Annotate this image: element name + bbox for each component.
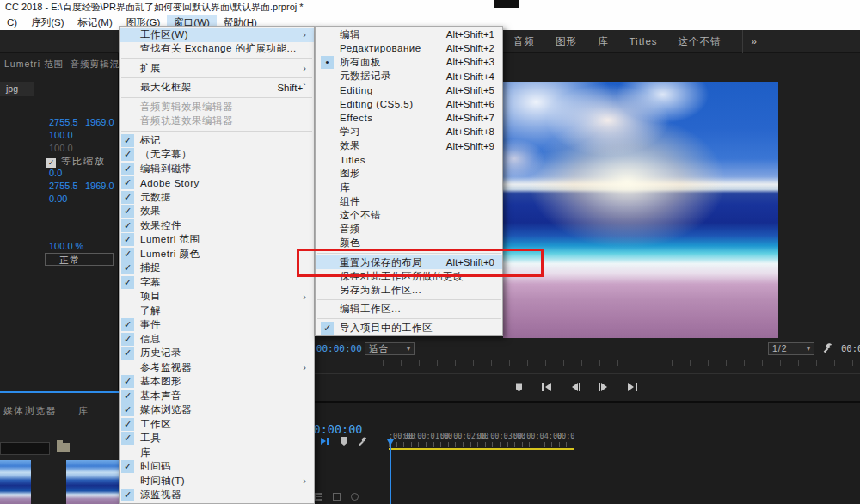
workspace-tab[interactable]: 音频 bbox=[513, 30, 556, 53]
effect-value[interactable]: 100.0 % bbox=[49, 241, 85, 251]
workspace-submenu-item[interactable]: •所有面板Alt+Shift+3 bbox=[316, 55, 502, 69]
wrench-icon[interactable] bbox=[822, 342, 833, 354]
playback-resolution-select[interactable]: 1/2 ▾ bbox=[768, 342, 814, 355]
workspace-submenu-item[interactable]: 编辑Alt+Shift+1 bbox=[316, 28, 502, 41]
window-menu-item[interactable]: ✓源监视器 bbox=[120, 489, 314, 503]
workspace-submenu-item[interactable]: EditingAlt+Shift+5 bbox=[316, 83, 502, 97]
window-menu-item[interactable]: 最大化框架Shift+` bbox=[120, 81, 314, 95]
window-menu-item[interactable]: ✓事件 bbox=[120, 318, 314, 333]
workspace-tab[interactable]: 图形 bbox=[556, 30, 598, 53]
window-menu-item[interactable]: ✓Adobe Story bbox=[120, 176, 314, 191]
step-back-icon[interactable] bbox=[568, 381, 582, 393]
work-area-bar[interactable] bbox=[389, 448, 574, 450]
workspace-submenu-item[interactable]: РедактированиеAlt+Shift+2 bbox=[316, 41, 502, 55]
blend-mode-select[interactable]: 正常 bbox=[45, 253, 114, 266]
effect-value[interactable]: 1969.0 bbox=[85, 181, 114, 191]
window-menu-item[interactable]: ✓基本图形 bbox=[120, 375, 314, 390]
workspace-tab[interactable]: Titles bbox=[630, 30, 679, 53]
window-menu-item[interactable]: ✓字幕 bbox=[120, 275, 314, 290]
effect-value[interactable]: 100.0 bbox=[49, 130, 85, 140]
record-icon[interactable] bbox=[351, 493, 359, 501]
tab-lumetri-scopes[interactable]: Lumetri 范围 bbox=[4, 58, 64, 69]
workspace-submenu-item[interactable]: 元数据记录Alt+Shift+4 bbox=[316, 70, 502, 83]
workspace-submenu-item[interactable]: 效果Alt+Shift+9 bbox=[316, 139, 502, 153]
save-layout-icon[interactable] bbox=[333, 493, 341, 501]
window-menu-item[interactable]: 扩展› bbox=[120, 61, 314, 76]
checkbox-label: 等比缩放 bbox=[61, 156, 106, 166]
workspace-submenu-item[interactable]: EffectsAlt+Shift+7 bbox=[316, 111, 502, 125]
clip-name-tab[interactable]: jpg bbox=[0, 82, 34, 96]
window-menu-item[interactable]: ✓效果控件 bbox=[120, 218, 314, 233]
workspace-submenu-item[interactable]: Editing (CS5.5)Alt+Shift+6 bbox=[316, 97, 502, 111]
effect-value[interactable]: 2755.5 bbox=[49, 117, 85, 127]
workspace-submenu-item[interactable]: 另存为新工作区... bbox=[316, 283, 502, 297]
effect-value[interactable]: 100.0 bbox=[49, 143, 85, 153]
window-menu-item[interactable]: 参考监视器› bbox=[120, 360, 314, 375]
window-menu-item[interactable]: 项目› bbox=[120, 290, 314, 304]
workspace-submenu-item[interactable]: 编辑工作区... bbox=[316, 303, 502, 317]
window-menu-item[interactable]: ✓（无字幕） bbox=[120, 148, 314, 163]
tab-libraries[interactable]: 库 bbox=[78, 405, 89, 415]
effect-value[interactable]: 0.00 bbox=[49, 194, 85, 204]
snap-icon[interactable] bbox=[320, 436, 330, 446]
effect-value[interactable]: 1969.0 bbox=[85, 117, 114, 127]
workspace-tab[interactable]: 库 bbox=[598, 30, 630, 53]
track-list-icon[interactable] bbox=[315, 493, 322, 501]
checkbox-checked-icon[interactable]: ✓ bbox=[46, 158, 56, 168]
step-forward-icon[interactable] bbox=[597, 381, 611, 393]
check-space bbox=[121, 446, 134, 459]
workspace-submenu-item[interactable]: 组件 bbox=[316, 194, 502, 208]
tab-audio-clip-mixer[interactable]: 音频剪辑混合 bbox=[71, 58, 119, 69]
workspace-submenu-item[interactable]: 音频 bbox=[316, 223, 502, 237]
workspace-submenu-item[interactable]: Titles bbox=[316, 153, 502, 167]
workspace-tab[interactable]: 这个不错 bbox=[679, 30, 742, 53]
window-menu-item[interactable]: ✓基本声音 bbox=[120, 389, 314, 403]
overflow-chevron-icon[interactable]: » bbox=[742, 30, 765, 53]
media-thumbnail[interactable] bbox=[0, 460, 31, 504]
window-menu-item[interactable]: ✓信息 bbox=[120, 332, 314, 347]
window-menu-item[interactable]: 时间轴(T)› bbox=[120, 474, 314, 489]
window-menu-item[interactable]: ✓Lumetri 范围 bbox=[120, 233, 314, 248]
window-menu-item[interactable]: ✓标记 bbox=[120, 133, 314, 148]
window-menu-item[interactable]: ✓时间码 bbox=[120, 460, 314, 475]
marker-icon[interactable] bbox=[340, 436, 348, 446]
add-marker-icon[interactable] bbox=[512, 381, 525, 393]
program-monitor-ruler[interactable] bbox=[292, 360, 860, 366]
media-thumbnail[interactable] bbox=[66, 460, 123, 504]
window-menu-item[interactable]: ✓编辑到磁带 bbox=[120, 162, 314, 176]
wrench-icon[interactable] bbox=[358, 436, 368, 446]
window-menu-item[interactable]: ✓Lumetri 颜色 bbox=[120, 247, 314, 261]
window-menu-item[interactable]: 库 bbox=[120, 446, 314, 460]
workspace-submenu-item[interactable]: 图形 bbox=[316, 167, 502, 181]
window-menu-item[interactable]: ✓捕捉 bbox=[120, 261, 314, 276]
go-to-in-icon[interactable] bbox=[540, 381, 554, 393]
window-menu-item[interactable]: 音频轨道效果编辑器 bbox=[120, 114, 314, 129]
workspace-submenu-item[interactable]: 这个不错 bbox=[316, 208, 502, 222]
window-menu-item[interactable]: ✓元数据 bbox=[120, 190, 314, 205]
window-menu-item[interactable]: 音频剪辑效果编辑器 bbox=[120, 100, 314, 114]
workspace-submenu-item[interactable]: 学习Alt+Shift+8 bbox=[316, 125, 502, 138]
window-menu-item[interactable]: ✓工具 bbox=[120, 432, 314, 446]
window-menu-item[interactable]: ✓效果 bbox=[120, 205, 314, 219]
playhead-line[interactable] bbox=[390, 440, 391, 504]
zoom-level-select[interactable]: 适合 ▾ bbox=[365, 342, 415, 355]
window-menu-item[interactable]: 了解 bbox=[120, 304, 314, 318]
workspace-submenu-item[interactable]: 库 bbox=[316, 181, 502, 194]
search-input[interactable] bbox=[0, 442, 50, 455]
menubar-item[interactable]: 序列(S) bbox=[24, 15, 71, 30]
effect-value[interactable]: 2755.5 bbox=[49, 181, 85, 191]
window-menu-item[interactable]: 工作区(W)› bbox=[120, 28, 314, 42]
timeline-ruler[interactable] bbox=[389, 442, 574, 447]
go-to-out-icon[interactable] bbox=[625, 381, 639, 393]
window-menu-item[interactable]: 查找有关 Exchange 的扩展功能... bbox=[120, 42, 314, 57]
workspace-submenu-item[interactable]: ✓导入项目中的工作区 bbox=[316, 322, 502, 335]
menubar-item[interactable]: C) bbox=[0, 15, 24, 30]
window-menu-item[interactable]: ✓历史记录 bbox=[120, 347, 314, 361]
effect-value[interactable]: 0.0 bbox=[49, 168, 85, 178]
window-menu-item[interactable]: ✓媒体浏览器 bbox=[120, 403, 314, 418]
folder-icon[interactable] bbox=[57, 443, 70, 452]
window-menu-item[interactable]: ✓工作区 bbox=[120, 417, 314, 432]
tab-media-browser[interactable]: 媒体浏览器 bbox=[3, 405, 58, 415]
menubar-item[interactable]: 标记(M) bbox=[71, 15, 119, 30]
chevron-down-icon: ▾ bbox=[807, 343, 810, 355]
